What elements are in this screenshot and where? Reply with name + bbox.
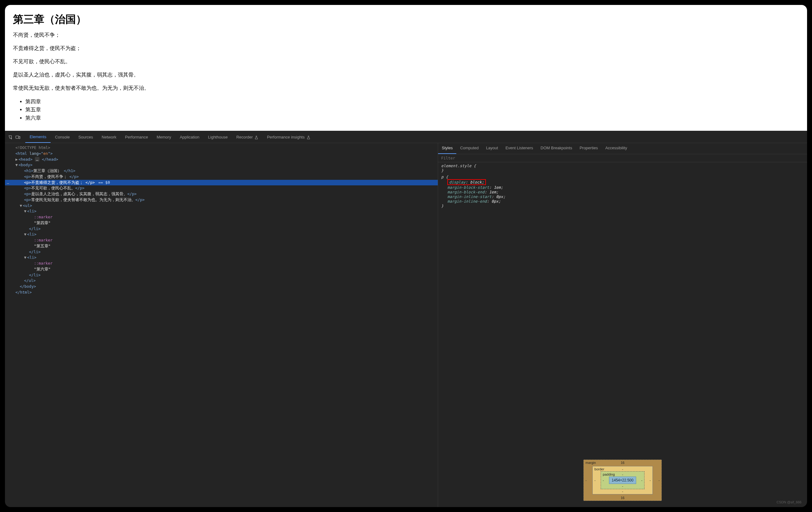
html-close-node[interactable]: </html> [5, 290, 438, 296]
h1-node[interactable]: <h1>第三章（治国） </h1> [5, 168, 438, 174]
head-node[interactable]: ▶<head> … </head> [5, 157, 438, 162]
marker-pseudo[interactable]: ::marker [5, 214, 438, 220]
subtab-accessibility[interactable]: Accessibility [602, 143, 631, 154]
tab-application[interactable]: Application [176, 132, 204, 143]
page-paragraph: 不尚贤，使民不争； [13, 31, 799, 38]
page-paragraph: 是以圣人之治也，虚其心，实其腹，弱其志，强其骨。 [13, 71, 799, 78]
li-open-node[interactable]: ▼<li> [5, 232, 438, 238]
li-close-node[interactable]: </li> [5, 226, 438, 232]
p-node[interactable]: <p>不尚贤，使民不争； </p> [5, 174, 438, 180]
page-list: 第四章 第五章 第六章 [20, 98, 799, 122]
tab-performance[interactable]: Performance [121, 132, 152, 143]
tab-elements[interactable]: Elements [25, 132, 51, 143]
device-icon[interactable] [15, 134, 21, 141]
li-open-node[interactable]: ▼<li> [5, 209, 438, 214]
highlighted-property: display: block; [447, 179, 486, 185]
watermark: CSDN @sif_666 [777, 500, 802, 504]
p-node[interactable]: <p>是以圣人之治也，虚其心，实其腹，弱其志，强其骨。</p> [5, 191, 438, 197]
page-paragraph: 不贵难得之货，使民不为盗； [13, 45, 799, 52]
doctype-node[interactable]: <!DOCTYPE html> [16, 145, 50, 150]
tab-recorder[interactable]: Recorder [232, 132, 263, 143]
styles-pane: Styles Computed Layout Event Listeners D… [438, 143, 807, 507]
tab-perf-insights[interactable]: Performance insights [263, 132, 314, 143]
page-title: 第三章（治国） [13, 12, 799, 27]
p-node-selected[interactable]: <p>不贵难得之货，使民不为盗； </p> == $0 [5, 180, 438, 186]
li-close-node[interactable]: </li> [5, 272, 438, 278]
flask-icon [255, 135, 258, 140]
tab-memory[interactable]: Memory [152, 132, 176, 143]
li-open-node[interactable]: ▼<li> [5, 255, 438, 261]
subtab-computed[interactable]: Computed [456, 143, 482, 154]
list-item: 第五章 [25, 106, 799, 114]
list-item: 第四章 [25, 98, 799, 106]
li-text-node[interactable]: "第四章" [5, 220, 438, 226]
svg-rect-0 [16, 136, 19, 138]
box-model[interactable]: margin 16 16 - - border - - - - paddin [438, 453, 807, 507]
styles-subtabs: Styles Computed Layout Event Listeners D… [438, 143, 807, 154]
filter-input[interactable] [438, 154, 807, 162]
rendered-page: 第三章（治国） 不尚贤，使民不争； 不贵难得之货，使民不为盗； 不见可欲，使民心… [5, 5, 807, 131]
inspect-icon[interactable] [7, 134, 13, 141]
subtab-dom-breakpoints[interactable]: DOM Breakpoints [537, 143, 576, 154]
subtab-styles[interactable]: Styles [438, 143, 456, 154]
html-open-node[interactable]: <html lang="en"> [5, 151, 438, 157]
p-node[interactable]: <p>常使民无知无欲，使夫智者不敢为也。为无为，则无不治。</p> [5, 197, 438, 203]
panels: <!DOCTYPE html> <html lang="en"> ▶<head>… [5, 143, 807, 507]
filter-bar [438, 154, 807, 162]
tabs: Elements Console Sources Network Perform… [25, 132, 315, 143]
devtools: Elements Console Sources Network Perform… [5, 131, 807, 507]
svg-rect-1 [19, 136, 20, 139]
li-text-node[interactable]: "第五章" [5, 243, 438, 249]
ul-close-node[interactable]: </ul> [5, 278, 438, 284]
p-node[interactable]: <p>不见可欲，使民心不乱。</p> [5, 185, 438, 191]
devtools-toolbar: Elements Console Sources Network Perform… [5, 131, 807, 143]
li-text-node[interactable]: "第六章" [5, 267, 438, 272]
tab-network[interactable]: Network [97, 132, 121, 143]
li-close-node[interactable]: </li> [5, 249, 438, 255]
subtab-event-listeners[interactable]: Event Listeners [502, 143, 537, 154]
ul-open-node[interactable]: ▼<ul> [5, 203, 438, 209]
flask-icon [307, 135, 310, 140]
tab-console[interactable]: Console [51, 132, 74, 143]
elements-tree[interactable]: <!DOCTYPE html> <html lang="en"> ▶<head>… [5, 143, 438, 507]
box-content: 1454×22.500 [609, 477, 636, 484]
body-close-node[interactable]: </body> [5, 284, 438, 290]
tab-lighthouse[interactable]: Lighthouse [204, 132, 232, 143]
ellipsis-icon[interactable]: … [35, 157, 40, 161]
box-border: border - - - - padding - - - - 14 [592, 466, 653, 494]
page-paragraph: 常使民无知无欲，使夫智者不敢为也。为无为，则无不治。 [13, 85, 799, 92]
box-margin: margin 16 16 - - border - - - - paddin [583, 459, 662, 501]
subtab-properties[interactable]: Properties [576, 143, 602, 154]
body-open-node[interactable]: ▼<body> [5, 162, 438, 168]
marker-pseudo[interactable]: ::marker [5, 261, 438, 267]
box-padding: padding - - - - 1454×22.500 [601, 471, 644, 489]
marker-pseudo[interactable]: ::marker [5, 238, 438, 243]
page-paragraph: 不见可欲，使民心不乱。 [13, 58, 799, 65]
subtab-layout[interactable]: Layout [482, 143, 502, 154]
tab-sources[interactable]: Sources [74, 132, 97, 143]
css-rules[interactable]: element.style { } p { display: block; ma… [438, 162, 807, 211]
list-item: 第六章 [25, 114, 799, 122]
